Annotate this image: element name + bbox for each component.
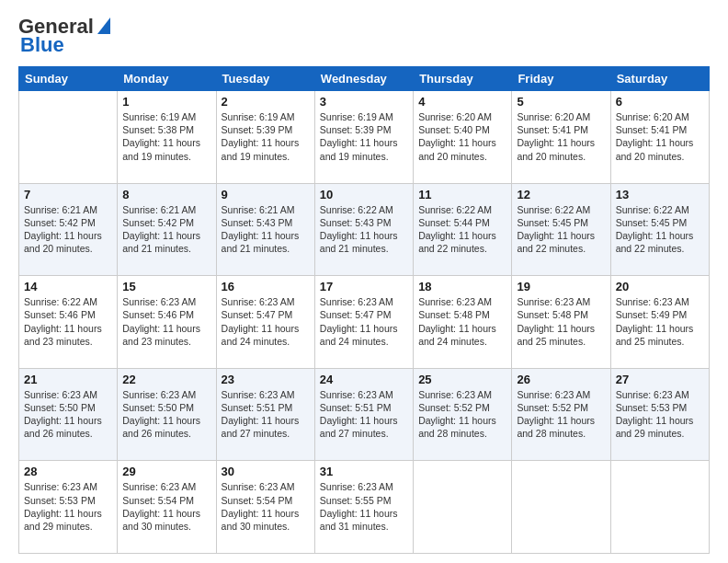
day-info: Sunrise: 6:23 AMSunset: 5:49 PMDaylight:… <box>616 295 704 348</box>
col-header-thursday: Thursday <box>414 67 512 91</box>
calendar-week-row: 1Sunrise: 6:19 AMSunset: 5:38 PMDaylight… <box>19 91 710 184</box>
logo: General Blue <box>18 15 110 57</box>
day-number: 28 <box>24 465 112 478</box>
day-info: Sunrise: 6:22 AMSunset: 5:44 PMDaylight:… <box>418 203 506 256</box>
day-info: Sunrise: 6:19 AMSunset: 5:39 PMDaylight:… <box>222 110 310 163</box>
col-header-wednesday: Wednesday <box>314 67 413 91</box>
day-number: 15 <box>122 280 210 293</box>
day-number: 12 <box>517 188 605 201</box>
calendar-week-row: 7Sunrise: 6:21 AMSunset: 5:42 PMDaylight… <box>19 183 710 276</box>
day-info: Sunrise: 6:23 AMSunset: 5:51 PMDaylight:… <box>320 388 408 441</box>
day-info: Sunrise: 6:21 AMSunset: 5:42 PMDaylight:… <box>122 203 210 256</box>
calendar-cell: 31Sunrise: 6:23 AMSunset: 5:55 PMDayligh… <box>314 461 413 554</box>
day-number: 9 <box>222 188 310 201</box>
calendar-cell: 12Sunrise: 6:22 AMSunset: 5:45 PMDayligh… <box>512 183 610 276</box>
day-info: Sunrise: 6:23 AMSunset: 5:50 PMDaylight:… <box>122 388 210 441</box>
day-info: Sunrise: 6:23 AMSunset: 5:47 PMDaylight:… <box>222 295 310 348</box>
day-number: 5 <box>517 95 605 109</box>
calendar-cell: 5Sunrise: 6:20 AMSunset: 5:41 PMDaylight… <box>512 91 610 184</box>
day-info: Sunrise: 6:21 AMSunset: 5:42 PMDaylight:… <box>24 203 112 256</box>
day-number: 11 <box>418 188 506 201</box>
day-info: Sunrise: 6:23 AMSunset: 5:54 PMDaylight:… <box>122 480 210 533</box>
calendar-cell: 26Sunrise: 6:23 AMSunset: 5:52 PMDayligh… <box>512 368 610 461</box>
day-number: 31 <box>320 465 408 478</box>
calendar-header-row: SundayMondayTuesdayWednesdayThursdayFrid… <box>19 67 710 91</box>
day-info: Sunrise: 6:20 AMSunset: 5:41 PMDaylight:… <box>517 110 605 163</box>
day-number: 22 <box>122 373 210 386</box>
calendar-cell: 18Sunrise: 6:23 AMSunset: 5:48 PMDayligh… <box>414 276 512 369</box>
day-info: Sunrise: 6:23 AMSunset: 5:48 PMDaylight:… <box>418 295 506 348</box>
day-info: Sunrise: 6:20 AMSunset: 5:41 PMDaylight:… <box>616 110 704 163</box>
day-info: Sunrise: 6:23 AMSunset: 5:51 PMDaylight:… <box>222 388 310 441</box>
day-info: Sunrise: 6:23 AMSunset: 5:48 PMDaylight:… <box>517 295 605 348</box>
calendar-cell: 27Sunrise: 6:23 AMSunset: 5:53 PMDayligh… <box>610 368 709 461</box>
day-info: Sunrise: 6:21 AMSunset: 5:43 PMDaylight:… <box>222 203 310 256</box>
day-number: 23 <box>222 373 310 386</box>
calendar-cell: 22Sunrise: 6:23 AMSunset: 5:50 PMDayligh… <box>118 368 216 461</box>
day-info: Sunrise: 6:19 AMSunset: 5:38 PMDaylight:… <box>122 110 210 163</box>
calendar-cell: 23Sunrise: 6:23 AMSunset: 5:51 PMDayligh… <box>216 368 314 461</box>
svg-marker-0 <box>97 17 110 34</box>
calendar-cell: 7Sunrise: 6:21 AMSunset: 5:42 PMDaylight… <box>19 183 118 276</box>
day-number: 27 <box>616 373 704 386</box>
calendar-cell: 10Sunrise: 6:22 AMSunset: 5:43 PMDayligh… <box>314 183 413 276</box>
day-number: 6 <box>616 95 704 109</box>
day-number: 2 <box>222 95 310 109</box>
calendar-cell <box>414 461 512 554</box>
col-header-tuesday: Tuesday <box>216 67 314 91</box>
header: General Blue <box>18 15 710 57</box>
calendar-week-row: 21Sunrise: 6:23 AMSunset: 5:50 PMDayligh… <box>19 368 710 461</box>
day-number: 13 <box>616 188 704 201</box>
calendar-cell: 21Sunrise: 6:23 AMSunset: 5:50 PMDayligh… <box>19 368 118 461</box>
calendar-cell: 25Sunrise: 6:23 AMSunset: 5:52 PMDayligh… <box>414 368 512 461</box>
day-number: 1 <box>122 95 210 109</box>
page: General Blue SundayMondayTuesdayWednesda… <box>0 0 728 563</box>
calendar-cell: 4Sunrise: 6:20 AMSunset: 5:40 PMDaylight… <box>414 91 512 184</box>
calendar-cell: 20Sunrise: 6:23 AMSunset: 5:49 PMDayligh… <box>610 276 709 369</box>
day-info: Sunrise: 6:22 AMSunset: 5:45 PMDaylight:… <box>616 203 704 256</box>
day-number: 21 <box>24 373 112 386</box>
day-number: 3 <box>320 95 408 109</box>
calendar-cell: 9Sunrise: 6:21 AMSunset: 5:43 PMDaylight… <box>216 183 314 276</box>
day-number: 29 <box>122 465 210 478</box>
calendar-cell: 13Sunrise: 6:22 AMSunset: 5:45 PMDayligh… <box>610 183 709 276</box>
day-number: 30 <box>222 465 310 478</box>
calendar-cell: 2Sunrise: 6:19 AMSunset: 5:39 PMDaylight… <box>216 91 314 184</box>
day-info: Sunrise: 6:23 AMSunset: 5:50 PMDaylight:… <box>24 388 112 441</box>
day-number: 25 <box>418 373 506 386</box>
day-info: Sunrise: 6:23 AMSunset: 5:47 PMDaylight:… <box>320 295 408 348</box>
calendar-cell: 6Sunrise: 6:20 AMSunset: 5:41 PMDaylight… <box>610 91 709 184</box>
day-info: Sunrise: 6:23 AMSunset: 5:53 PMDaylight:… <box>24 480 112 533</box>
calendar-cell <box>512 461 610 554</box>
day-number: 16 <box>222 280 310 293</box>
day-number: 18 <box>418 280 506 293</box>
calendar-cell: 28Sunrise: 6:23 AMSunset: 5:53 PMDayligh… <box>19 461 118 554</box>
calendar-cell: 11Sunrise: 6:22 AMSunset: 5:44 PMDayligh… <box>414 183 512 276</box>
calendar-cell: 29Sunrise: 6:23 AMSunset: 5:54 PMDayligh… <box>118 461 216 554</box>
day-info: Sunrise: 6:22 AMSunset: 5:43 PMDaylight:… <box>320 203 408 256</box>
day-info: Sunrise: 6:23 AMSunset: 5:54 PMDaylight:… <box>222 480 310 533</box>
day-number: 10 <box>320 188 408 201</box>
day-info: Sunrise: 6:22 AMSunset: 5:45 PMDaylight:… <box>517 203 605 256</box>
calendar-cell: 16Sunrise: 6:23 AMSunset: 5:47 PMDayligh… <box>216 276 314 369</box>
calendar-cell: 19Sunrise: 6:23 AMSunset: 5:48 PMDayligh… <box>512 276 610 369</box>
calendar-cell: 8Sunrise: 6:21 AMSunset: 5:42 PMDaylight… <box>118 183 216 276</box>
logo-blue-text: Blue <box>20 33 64 57</box>
day-info: Sunrise: 6:22 AMSunset: 5:46 PMDaylight:… <box>24 295 112 348</box>
day-number: 4 <box>418 95 506 109</box>
day-info: Sunrise: 6:23 AMSunset: 5:53 PMDaylight:… <box>616 388 704 441</box>
col-header-friday: Friday <box>512 67 610 91</box>
calendar-cell: 30Sunrise: 6:23 AMSunset: 5:54 PMDayligh… <box>216 461 314 554</box>
logo-triangle-icon <box>97 17 110 34</box>
day-info: Sunrise: 6:19 AMSunset: 5:39 PMDaylight:… <box>320 110 408 163</box>
day-info: Sunrise: 6:20 AMSunset: 5:40 PMDaylight:… <box>418 110 506 163</box>
day-number: 24 <box>320 373 408 386</box>
calendar-cell: 14Sunrise: 6:22 AMSunset: 5:46 PMDayligh… <box>19 276 118 369</box>
day-info: Sunrise: 6:23 AMSunset: 5:52 PMDaylight:… <box>517 388 605 441</box>
day-info: Sunrise: 6:23 AMSunset: 5:52 PMDaylight:… <box>418 388 506 441</box>
day-number: 20 <box>616 280 704 293</box>
calendar-cell: 1Sunrise: 6:19 AMSunset: 5:38 PMDaylight… <box>118 91 216 184</box>
calendar-table: SundayMondayTuesdayWednesdayThursdayFrid… <box>18 66 710 554</box>
day-info: Sunrise: 6:23 AMSunset: 5:46 PMDaylight:… <box>122 295 210 348</box>
day-number: 19 <box>517 280 605 293</box>
